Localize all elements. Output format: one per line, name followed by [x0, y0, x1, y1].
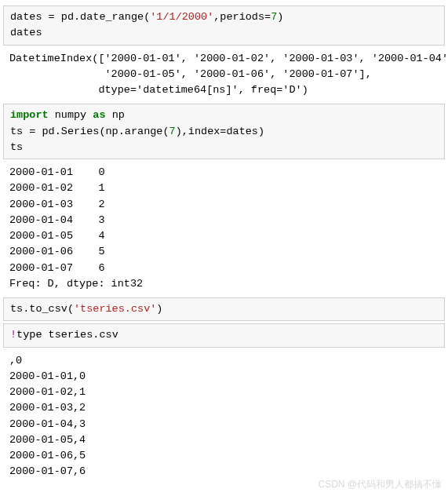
number-literal: 7: [169, 126, 176, 137]
keyword-import: import: [10, 109, 49, 121]
code-line: import numpy as np: [10, 109, 125, 121]
shell-magic: !: [10, 329, 16, 341]
output-cell-4: ,0 2000-01-01,0 2000-01-02,1 2000-01-03,…: [3, 350, 445, 483]
code-line: dates = pd.date_range('1/1/2000',periods…: [10, 11, 283, 23]
code-line: ts.to_csv('tseries.csv'): [10, 303, 162, 315]
output-cell-1: DatetimeIndex(['2000-01-01', '2000-01-02…: [3, 48, 445, 102]
keyword-as: as: [93, 109, 105, 121]
code-line: ts = pd.Series(np.arange(7),index=dates): [10, 126, 264, 137]
code-cell-2: import numpy as np ts = pd.Series(np.ara…: [3, 104, 445, 159]
output-cell-2: 2000-01-01 0 2000-01-02 1 2000-01-03 2 2…: [3, 162, 445, 295]
code-line: dates: [10, 27, 42, 38]
string-literal: 'tseries.csv': [74, 303, 156, 315]
code-line: ts: [10, 141, 23, 153]
code-cell-4: !type tseries.csv: [3, 323, 445, 347]
code-cell-1: dates = pd.date_range('1/1/2000',periods…: [3, 5, 445, 46]
string-literal: '1/1/2000': [150, 11, 213, 23]
code-line: !type tseries.csv: [10, 329, 118, 341]
code-cell-3: ts.to_csv('tseries.csv'): [3, 297, 445, 321]
